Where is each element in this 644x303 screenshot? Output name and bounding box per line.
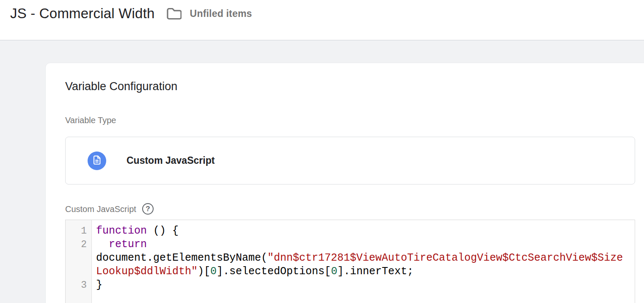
code-line[interactable]: document.getElementsByName("dnn$ctr17281…: [92, 251, 623, 265]
code-line[interactable]: Lookup$ddlWidth")[0].selectedOptions[0].…: [92, 265, 413, 278]
custom-javascript-field-label: Custom JavaScript: [65, 204, 136, 214]
line-number: 1: [66, 224, 92, 238]
variable-type-label: Variable Type: [65, 115, 644, 125]
code-line[interactable]: function () {: [92, 224, 179, 238]
help-icon[interactable]: ?: [142, 203, 154, 215]
code-row: document.getElementsByName("dnn$ctr17281…: [66, 251, 635, 265]
page-header: JS - Commercial Width Unfiled items: [0, 0, 644, 41]
line-number: 2: [66, 238, 92, 251]
custom-javascript-type-badge: [88, 152, 106, 170]
line-number: [66, 265, 92, 278]
line-number: 3: [66, 278, 92, 292]
code-editor[interactable]: 1 function () { 2 return document.getEle…: [65, 220, 635, 303]
code-row: Lookup$ddlWidth")[0].selectedOptions[0].…: [66, 265, 635, 278]
variable-type-selector[interactable]: Custom JavaScript: [65, 137, 635, 185]
folder-name-label: Unfiled items: [190, 8, 252, 19]
document-icon: [92, 155, 102, 167]
variable-configuration-card: Variable Configuration Variable Type Cus…: [45, 63, 644, 303]
folder-icon: [166, 7, 182, 20]
code-row: 2 return: [66, 238, 635, 251]
code-row: 3 }: [66, 278, 635, 292]
line-number: [66, 251, 92, 265]
selected-variable-type-label: Custom JavaScript: [127, 155, 215, 166]
card-title: Variable Configuration: [65, 80, 644, 93]
page-title[interactable]: JS - Commercial Width: [10, 6, 155, 22]
folder-assignment[interactable]: Unfiled items: [166, 7, 252, 20]
code-line[interactable]: }: [92, 278, 102, 292]
code-row: 1 function () {: [66, 224, 635, 238]
code-line[interactable]: return: [92, 238, 147, 251]
